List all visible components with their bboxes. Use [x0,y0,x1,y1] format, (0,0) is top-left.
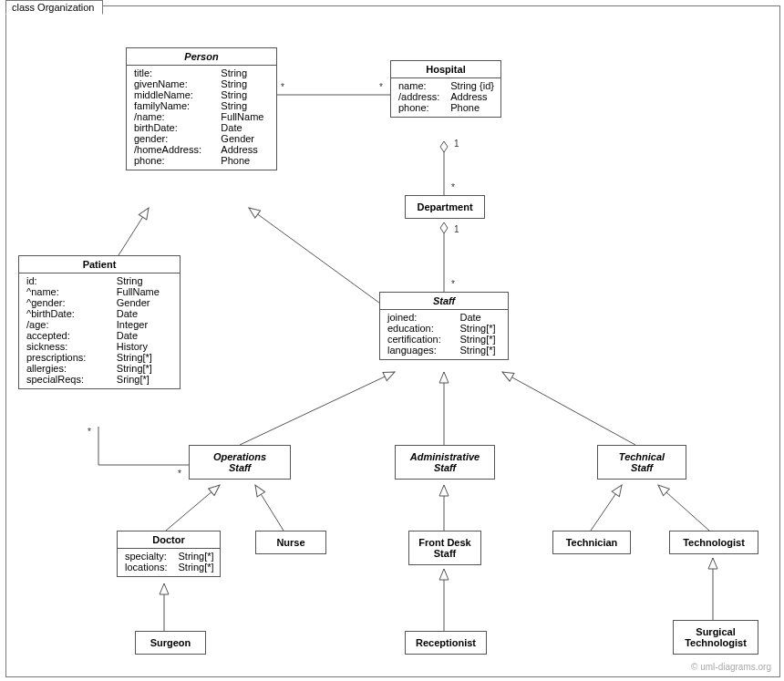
class-title-doctor: Doctor [118,531,220,549]
class-staff: Staff joined:Date education:String[*] ce… [379,292,509,360]
mult-hosp-dept-star: * [451,182,455,192]
class-department: Department [405,195,485,219]
class-doctor: Doctor specialty:String[*] locations:Str… [117,531,221,577]
attrs-patient: id:String ^name:FullName ^gender:Gender … [19,273,180,388]
class-admin-staff: Administrative Staff [395,445,495,480]
mult-person-hosp-l: * [281,82,284,92]
class-nurse: Nurse [255,531,326,554]
mult-patient-ops-r: * [178,469,181,479]
attrs-person: title:String givenName:String middleName… [127,66,276,170]
class-title-hospital: Hospital [391,61,500,78]
class-title-staff: Staff [380,293,508,310]
class-person: Person title:String givenName:String mid… [126,47,277,170]
class-title-person: Person [127,48,276,66]
class-hospital: Hospital name:String {id} /address:Addre… [390,60,501,118]
mult-hosp-dept-1: 1 [454,139,459,149]
frame-label: class Organization [5,0,103,15]
mult-person-hosp-r: * [379,82,383,92]
diagram-container: class Organization [0,0,784,681]
class-technician: Technician [552,531,631,554]
class-tech-staff: Technical Staff [597,445,686,480]
class-surgeon: Surgeon [135,631,206,655]
class-technologist: Technologist [669,531,758,554]
mult-patient-ops-l: * [88,427,91,437]
class-surg-tech: Surgical Technologist [673,620,758,655]
attrs-hospital: name:String {id} /address:Address phone:… [391,78,500,117]
class-title-patient: Patient [19,256,180,273]
attrs-doctor: specialty:String[*] locations:String[*] [118,549,220,576]
class-patient: Patient id:String ^name:FullName ^gender… [18,255,181,389]
class-front-desk: Front Desk Staff [408,531,481,565]
attrs-staff: joined:Date education:String[*] certific… [380,310,508,359]
class-receptionist: Receptionist [405,631,487,655]
mult-dept-staff-star: * [451,279,455,289]
mult-dept-staff-1: 1 [454,224,459,234]
class-ops-staff: Operations Staff [189,445,291,480]
watermark: © uml-diagrams.org [691,662,771,672]
